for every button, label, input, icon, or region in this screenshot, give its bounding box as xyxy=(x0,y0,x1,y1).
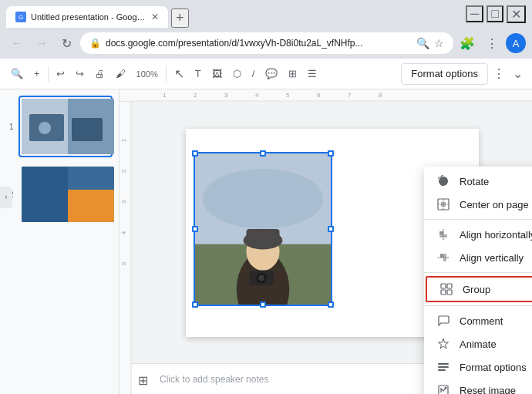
menu-item-label-center-on-page: Center on page xyxy=(460,199,532,210)
new-tab-button[interactable]: + xyxy=(171,8,189,28)
lock-icon: 🔒 xyxy=(89,38,101,49)
handle-bottom-left[interactable] xyxy=(192,301,198,308)
svg-rect-19 xyxy=(120,102,132,394)
svg-rect-33 xyxy=(246,229,279,246)
menu-item-format-options[interactable]: Format options xyxy=(424,355,532,379)
sidebar-toggle[interactable]: ‹ xyxy=(0,187,12,208)
ruler-horizontal: 1 2 3 4 5 6 7 8 xyxy=(120,89,532,102)
selected-image[interactable] xyxy=(194,152,332,306)
comment-icon xyxy=(436,314,450,328)
text-box-button[interactable]: T xyxy=(190,63,206,85)
menu-item-label-animate: Animate xyxy=(460,338,532,350)
menu-item-label-rotate: Rotate xyxy=(460,176,532,187)
svg-rect-52 xyxy=(438,366,449,368)
grid-button[interactable]: ⊞ xyxy=(284,63,301,85)
toolbar-more-button[interactable]: ⋮ xyxy=(490,63,508,84)
zoom-percent-button[interactable]: 100% xyxy=(132,63,163,85)
menu-divider xyxy=(424,305,532,306)
back-button[interactable]: ← xyxy=(6,32,28,54)
svg-text:1: 1 xyxy=(120,138,127,142)
address-bar: ← → ↻ 🔒 docs.google.com/presentation/d/1… xyxy=(0,28,532,59)
image-button[interactable]: 🖼 xyxy=(207,63,227,85)
tab-close-button[interactable]: ✕ xyxy=(151,12,159,22)
search-icon: 🔍 xyxy=(416,37,429,49)
handle-top-left[interactable] xyxy=(192,150,198,157)
format-options-icon xyxy=(436,360,450,374)
menu-item-rotate[interactable]: Rotate ▶ xyxy=(424,170,532,193)
svg-text:5: 5 xyxy=(120,261,127,265)
more-button[interactable]: ⋮ xyxy=(481,32,503,54)
redo-button[interactable]: ↪ xyxy=(71,63,89,85)
menu-item-align-v[interactable]: Align vertically ▶ xyxy=(424,246,532,269)
zoom-out-button[interactable]: 🔍 xyxy=(6,63,28,85)
ruler-vertical: 1 2 3 4 5 xyxy=(120,102,132,394)
handle-top-middle[interactable] xyxy=(260,150,266,157)
svg-text:8: 8 xyxy=(379,92,382,99)
slide-2-svg xyxy=(22,167,114,222)
svg-text:2: 2 xyxy=(120,169,127,173)
animate-icon xyxy=(436,337,450,351)
menu-item-center-on-page[interactable]: Center on page ▶ xyxy=(424,193,532,216)
svg-rect-45 xyxy=(440,254,443,258)
address-input[interactable]: 🔒 docs.google.com/presentation/d/1vwxyVh… xyxy=(80,32,453,54)
menu-item-reset-image[interactable]: Reset image xyxy=(424,379,532,394)
rotate-icon xyxy=(436,174,450,188)
toolbar-expand-button[interactable]: ⌄ xyxy=(510,63,526,84)
menu-item-label-format-options: Format options xyxy=(460,362,532,373)
handle-bottom-right[interactable] xyxy=(328,301,334,308)
undo-button[interactable]: ↩ xyxy=(52,63,69,85)
menu-item-comment[interactable]: Comment Ctrl+Alt+M xyxy=(424,309,532,332)
active-tab[interactable]: G Untitled presentation - Google S... ✕ xyxy=(6,6,168,28)
svg-rect-6 xyxy=(22,167,68,222)
paint-button[interactable]: 🖌 xyxy=(111,63,130,85)
slide-thumbnail-2[interactable]: 2 xyxy=(19,163,113,225)
reload-button[interactable]: ↻ xyxy=(56,32,77,54)
maximize-button[interactable]: □ xyxy=(487,5,503,22)
svg-text:6: 6 xyxy=(317,92,321,99)
title-bar: G Untitled presentation - Google S... ✕ … xyxy=(0,0,532,28)
ruler-h-marks: 1 2 3 4 5 6 7 8 xyxy=(132,89,532,102)
add-button[interactable]: + xyxy=(29,63,45,85)
svg-point-4 xyxy=(39,122,51,134)
extensions-button[interactable]: 🧩 xyxy=(456,32,478,54)
handle-middle-right[interactable] xyxy=(328,226,334,232)
slides-panel: 1 2 xyxy=(0,89,120,394)
menu-item-align-h[interactable]: Align horizontally ▶ xyxy=(424,223,532,246)
menu-item-group[interactable]: Group Ctrl+Alt+G xyxy=(426,276,532,302)
toolbar-separator-2 xyxy=(166,66,167,82)
svg-point-29 xyxy=(202,168,322,228)
align-button[interactable]: ☰ xyxy=(303,63,322,85)
bookmark-icon: ☆ xyxy=(434,37,444,49)
svg-rect-49 xyxy=(441,290,446,295)
svg-rect-3 xyxy=(72,118,103,141)
cursor-button[interactable]: ↖ xyxy=(170,63,189,85)
format-options-button[interactable]: Format options xyxy=(401,63,488,85)
app-toolbar: 🔍 + ↩ ↪ 🖨 🖌 100% ↖ T 🖼 ⬡ / 💬 ⊞ ☰ Format … xyxy=(0,59,532,89)
svg-rect-46 xyxy=(443,254,446,261)
handle-top-right[interactable] xyxy=(328,150,334,157)
svg-rect-51 xyxy=(438,363,449,365)
image-placeholder xyxy=(195,153,331,305)
shape-button[interactable]: ⬡ xyxy=(228,63,246,85)
tab-title: Untitled presentation - Google S... xyxy=(31,12,146,22)
minimize-button[interactable]: ─ xyxy=(466,5,483,22)
reset-image-icon xyxy=(436,383,450,394)
slide-view-button[interactable]: ⊞ xyxy=(138,373,148,388)
main-area: 1 2 xyxy=(0,89,532,394)
forward-button[interactable]: → xyxy=(31,32,52,54)
comment-button[interactable]: 💬 xyxy=(261,63,282,85)
slide-2-image xyxy=(22,167,114,222)
handle-bottom-middle[interactable] xyxy=(260,301,266,308)
menu-item-label-group: Group xyxy=(463,284,532,295)
print-button[interactable]: 🖨 xyxy=(90,63,109,85)
slide-thumbnail-1[interactable]: 1 xyxy=(19,96,113,157)
toolbar-separator xyxy=(48,66,49,82)
close-window-button[interactable]: ✕ xyxy=(507,5,526,23)
tab-area: G Untitled presentation - Google S... ✕ … xyxy=(6,0,466,28)
menu-item-animate[interactable]: Animate xyxy=(424,332,532,355)
handle-middle-left[interactable] xyxy=(192,226,198,232)
svg-rect-7 xyxy=(68,190,114,222)
notes-placeholder: Click to add speaker notes xyxy=(160,374,268,385)
line-button[interactable]: / xyxy=(247,63,260,85)
profile-button[interactable]: A xyxy=(506,33,526,53)
